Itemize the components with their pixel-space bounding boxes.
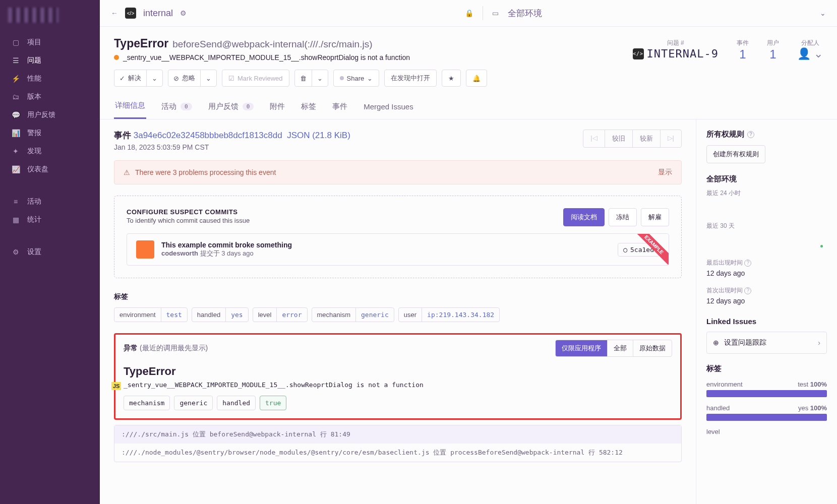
- share-button[interactable]: Share ⌄: [333, 70, 380, 87]
- topbar: ← </> internal ⚙ 🔒 ▭ 全部环境 ⌄: [100, 0, 837, 27]
- nav-last-button[interactable]: ▷|: [660, 130, 681, 147]
- info-icon[interactable]: ?: [744, 260, 751, 267]
- nav-icon: 🗂: [11, 93, 20, 101]
- nav-icon: ☰: [11, 56, 20, 65]
- back-icon[interactable]: ←: [111, 9, 118, 17]
- tag-mechanism[interactable]: mechanismgeneric: [312, 307, 394, 322]
- resolve-button[interactable]: ✓ 解决⌄: [114, 70, 163, 87]
- commit-author: codesworth: [161, 249, 198, 257]
- nav-警报[interactable]: 📊警报: [0, 124, 100, 142]
- filter-raw[interactable]: 原始数据: [633, 340, 672, 356]
- mark-reviewed-button[interactable]: ☑ Mark Reviewed: [222, 70, 289, 87]
- users-count[interactable]: 1: [767, 47, 779, 61]
- chevron-down-icon: ⌄: [200, 70, 216, 86]
- first-seen-value: 12 days ago: [706, 297, 827, 305]
- code-icon: </>: [633, 48, 644, 59]
- stack-frame[interactable]: :///./src/main.js 位置 beforeSend@webpack-…: [114, 425, 681, 444]
- last-seen-label: 最后出现时间: [706, 259, 743, 266]
- nav-用户反馈[interactable]: 💬用户反馈: [0, 106, 100, 124]
- linked-issues-heading: Linked Issues: [706, 317, 827, 326]
- chevron-down-icon[interactable]: ⌄: [820, 9, 826, 17]
- ignore-button[interactable]: ⊘ 忽略⌄: [168, 70, 217, 87]
- right-sidebar: 所有权规则? 创建所有权规则 全部环境 最近 24 小时 最近 30 天 最后出…: [696, 119, 837, 504]
- tab-attachments[interactable]: 附件: [269, 96, 286, 119]
- filter-all[interactable]: 全部: [607, 340, 633, 356]
- open-in-discover-button[interactable]: 在发现中打开: [384, 70, 437, 87]
- info-icon[interactable]: ?: [747, 131, 754, 138]
- tag-environment[interactable]: environmenttest: [114, 307, 188, 322]
- tab-tags[interactable]: 标签: [300, 96, 317, 119]
- tab-details[interactable]: 详细信息: [114, 96, 146, 119]
- nav-性能[interactable]: ⚡性能: [0, 70, 100, 88]
- warning-icon: ⚠: [124, 168, 130, 176]
- issue-id[interactable]: INTERNAL-9: [647, 47, 719, 60]
- filter-app-only[interactable]: 仅限应用程序: [556, 340, 607, 356]
- bookmark-button[interactable]: ★: [442, 70, 461, 87]
- nav-icon: ▢: [11, 38, 20, 46]
- tab-merged[interactable]: Merged Issues: [363, 96, 414, 119]
- create-rule-button[interactable]: 创建所有权规则: [706, 145, 765, 163]
- subscribe-button[interactable]: 🔔: [466, 70, 487, 87]
- tag-level[interactable]: levelerror: [253, 307, 308, 322]
- tab-events[interactable]: 事件: [331, 96, 348, 119]
- chevron-down-icon: ⌄: [146, 70, 162, 86]
- project-name[interactable]: internal: [143, 8, 173, 19]
- nav-版本[interactable]: 🗂版本: [0, 88, 100, 106]
- chevron-down-icon: ⌄: [814, 47, 823, 60]
- warning-show-button[interactable]: 显示: [658, 168, 672, 177]
- exception-heading: 异常: [124, 344, 138, 352]
- tags-heading: 标签: [114, 292, 682, 301]
- commit-avatar-icon: [136, 240, 154, 259]
- warning-banner: ⚠ There were 3 problems processing this …: [114, 160, 682, 184]
- exception-panel: 异常 (最近的调用最先显示) 仅限应用程序 全部 原始数据 TypeError …: [114, 333, 682, 420]
- nav-newer-button[interactable]: 较新: [632, 130, 660, 147]
- window-icon: ▭: [492, 9, 499, 17]
- org-logo[interactable]: [0, 0, 100, 30]
- chevron-right-icon: ›: [818, 339, 820, 347]
- project-badge-icon: </>: [125, 8, 136, 19]
- environment-selector[interactable]: 全部环境: [508, 8, 542, 19]
- nav-first-button[interactable]: |◁: [583, 130, 604, 147]
- tag-dist-handled[interactable]: handledyes 100%: [706, 404, 827, 421]
- event-id-link[interactable]: 3a94e6c02e32458bbbeb8dcf1813c8dd: [134, 131, 282, 140]
- nav-项目[interactable]: ▢项目: [0, 33, 100, 51]
- nav-icon: ⚙: [11, 248, 20, 256]
- events-label: 事件: [737, 39, 749, 47]
- nav-older-button[interactable]: 较旧: [605, 130, 632, 147]
- tab-activity[interactable]: 活动0: [160, 96, 193, 119]
- event-label: 事件: [114, 131, 131, 140]
- commit-title: This example commit broke something: [161, 241, 292, 249]
- nav-icon: 💬: [11, 111, 20, 119]
- tag-handled[interactable]: handledyes: [192, 307, 249, 322]
- event-json-link[interactable]: JSON (21.8 KiB): [287, 131, 350, 140]
- tab-feedback[interactable]: 用户反馈0: [207, 96, 255, 119]
- nav-发现[interactable]: ✦发现: [0, 142, 100, 160]
- info-icon[interactable]: ?: [744, 287, 751, 294]
- nav-问题[interactable]: ☰问题: [0, 51, 100, 70]
- gear-icon[interactable]: ⚙: [180, 9, 187, 17]
- nav-统计[interactable]: ▦统计: [0, 211, 100, 229]
- exception-filter: 仅限应用程序 全部 原始数据: [555, 340, 672, 357]
- suspect-commits: CONFIGURE SUSPECT COMMITS To identify wh…: [114, 196, 682, 278]
- stack-frame[interactable]: :///./node_modules/@sentry/browser/node_…: [114, 444, 681, 462]
- warning-text: There were 3 problems processing this ev…: [135, 168, 276, 176]
- chevron-down-icon: ⌄: [312, 70, 328, 86]
- lock-icon[interactable]: 🔒: [465, 9, 473, 17]
- tag-user[interactable]: userip:219.143.34.182: [398, 307, 500, 322]
- nav-仪表盘[interactable]: 📈仪表盘: [0, 160, 100, 178]
- set-tracking-button[interactable]: ⊕ 设置问题跟踪 ›: [706, 332, 827, 354]
- snooze-button[interactable]: 冻结: [609, 208, 637, 226]
- tag-dist-environment[interactable]: environmenttest 100%: [706, 381, 827, 397]
- dismiss-button[interactable]: 解雇: [641, 208, 669, 226]
- last24-label: 最近 24 小时: [706, 189, 827, 198]
- assignee-selector[interactable]: 👤⌄: [797, 47, 823, 60]
- read-docs-button[interactable]: 阅读文档: [563, 208, 605, 226]
- suspect-sub: To identify which commit caused this iss…: [127, 217, 250, 224]
- tag-bar: [706, 390, 827, 397]
- nav-活动[interactable]: ≡活动: [0, 193, 100, 211]
- events-count[interactable]: 1: [737, 47, 749, 61]
- nav-设置[interactable]: ⚙设置: [0, 243, 100, 261]
- js-badge-icon: JS: [111, 382, 121, 390]
- tag-dist-level[interactable]: level: [706, 428, 827, 435]
- delete-button[interactable]: 🗑⌄: [294, 70, 328, 87]
